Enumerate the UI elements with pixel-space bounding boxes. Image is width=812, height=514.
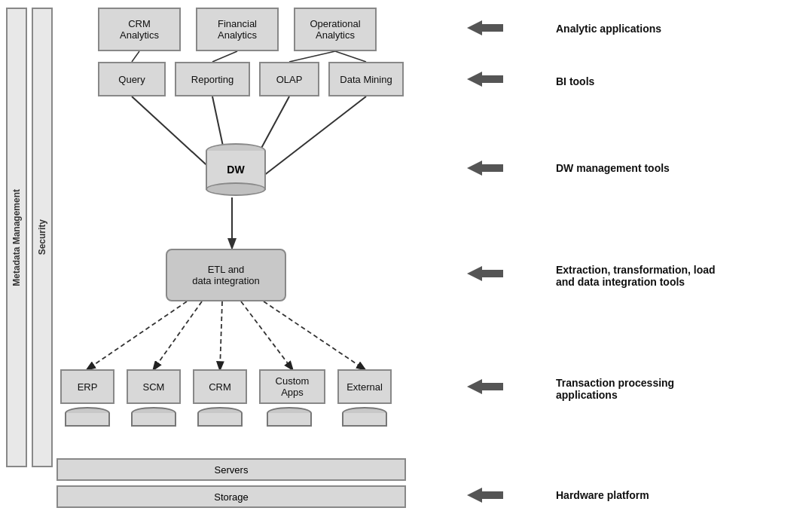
box-operational-analytics: OperationalAnalytics (294, 8, 377, 51)
box-etl: ETL anddata integration (166, 249, 286, 301)
box-external: External (337, 369, 392, 404)
svg-line-13 (264, 301, 365, 369)
diagram-container: Metadata Management Security CRMAnalytic… (0, 0, 812, 514)
sidebar-security: Security (32, 8, 53, 467)
box-olap: OLAP (259, 62, 319, 96)
bar-storage: Storage (56, 485, 406, 508)
label-transaction: Transaction processing applications (556, 377, 797, 401)
svg-rect-24 (482, 383, 503, 390)
label-dw-management: DW management tools (556, 162, 797, 174)
label-etl-tools: Extraction, transformation, load and dat… (556, 264, 797, 288)
small-cyl-custom (267, 407, 312, 428)
box-query: Query (98, 62, 166, 96)
label-bi-tools: BI tools (556, 75, 797, 87)
bar-servers: Servers (56, 458, 406, 481)
svg-line-10 (154, 301, 202, 369)
svg-rect-16 (482, 24, 503, 32)
box-crm-source: CRM (193, 369, 247, 404)
box-custom-apps: CustomApps (259, 369, 325, 404)
sidebar-metadata: Metadata Management (6, 8, 27, 467)
box-crm-analytics: CRMAnalytics (98, 8, 181, 51)
box-reporting: Reporting (175, 62, 250, 96)
svg-line-9 (87, 301, 187, 369)
small-cyl-external (342, 407, 387, 428)
svg-rect-22 (482, 270, 503, 277)
svg-marker-21 (467, 161, 482, 176)
svg-line-5 (212, 51, 237, 62)
box-scm: SCM (127, 369, 181, 404)
label-analytic-apps: Analytic applications (556, 23, 797, 35)
svg-marker-19 (467, 72, 482, 87)
label-hardware: Hardware platform (556, 489, 797, 501)
svg-rect-18 (482, 75, 503, 83)
small-cyl-crm (197, 407, 243, 428)
box-data-mining: Data Mining (328, 62, 404, 96)
dw-cylinder-container: DW (202, 139, 270, 200)
svg-marker-23 (467, 266, 482, 281)
svg-line-4 (132, 51, 139, 62)
cylinder-bottom-ellipse (206, 182, 266, 196)
box-financial-analytics: FinancialAnalytics (196, 8, 279, 51)
svg-marker-17 (467, 20, 482, 35)
svg-line-12 (241, 301, 292, 369)
small-cyl-scm (131, 407, 176, 428)
dw-cylinder: DW (206, 143, 266, 196)
svg-line-11 (220, 301, 222, 369)
svg-line-6 (289, 51, 335, 62)
svg-rect-20 (482, 164, 503, 172)
box-erp: ERP (60, 369, 114, 404)
small-cyl-erp (65, 407, 110, 428)
svg-line-7 (335, 51, 366, 62)
svg-rect-26 (482, 491, 503, 499)
svg-marker-27 (467, 488, 482, 503)
svg-marker-25 (467, 379, 482, 394)
